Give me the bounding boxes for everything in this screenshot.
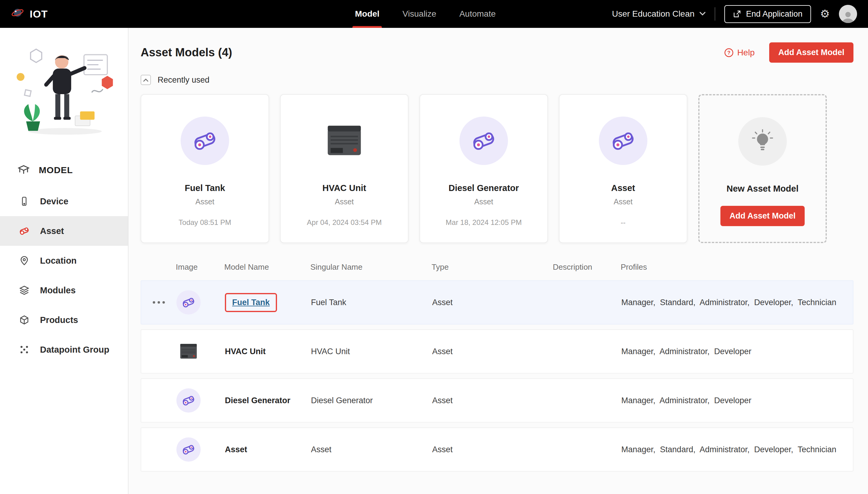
card-name: Fuel Tank bbox=[141, 183, 269, 193]
org-selector[interactable]: User Education Clean bbox=[612, 9, 705, 19]
location-pin-icon bbox=[18, 254, 30, 267]
asset-model-card-hvac-unit[interactable]: HVAC Unit Asset Apr 04, 2024 03:54 PM bbox=[280, 94, 409, 243]
tab-visualize[interactable]: Visualize bbox=[402, 0, 436, 28]
asset-icon bbox=[18, 225, 30, 237]
main-content: Asset Models (4) ? Help Add Asset Model … bbox=[128, 28, 868, 494]
new-asset-model-card[interactable]: New Asset Model Add Asset Model bbox=[698, 94, 827, 243]
recently-used-label: Recently used bbox=[158, 75, 210, 85]
singular-name-cell: Diesel Generator bbox=[311, 396, 432, 405]
asset-model-icon bbox=[176, 388, 201, 413]
col-model-name: Model Name bbox=[224, 263, 310, 272]
asset-model-card-fuel-tank[interactable]: Fuel Tank Asset Today 08:51 PM bbox=[141, 94, 269, 243]
divider bbox=[715, 7, 715, 21]
card-type: Asset bbox=[281, 197, 408, 206]
card-last-used: -- bbox=[559, 218, 687, 227]
help-link[interactable]: ? Help bbox=[724, 48, 755, 58]
sidebar-item-label: Products bbox=[40, 315, 78, 325]
chevron-up-icon bbox=[143, 78, 148, 82]
hvac-unit-image bbox=[320, 116, 368, 165]
sidebar: MODEL Device Asset Location bbox=[0, 28, 128, 494]
sidebar-item-modules[interactable]: Modules bbox=[0, 276, 128, 305]
profiles-cell: Manager, Standard, Administrator, Develo… bbox=[621, 298, 853, 307]
singular-name-cell: Asset bbox=[311, 445, 432, 454]
page-title: Asset Models (4) bbox=[141, 46, 232, 59]
asset-model-card-diesel-generator[interactable]: Diesel Generator Asset Mar 18, 2024 12:0… bbox=[419, 94, 548, 243]
top-right-cluster: User Education Clean End Application ⚙ bbox=[612, 5, 868, 23]
type-cell: Asset bbox=[432, 347, 554, 356]
modules-layers-icon bbox=[18, 284, 30, 296]
top-bar: IOT Model Visualize Automate User Educat… bbox=[0, 0, 868, 28]
profiles-cell: Manager, Standard, Administrator, Develo… bbox=[621, 445, 853, 454]
avatar[interactable] bbox=[839, 5, 857, 23]
products-cube-icon bbox=[18, 314, 30, 326]
sidebar-menu: Device Asset Location Modules bbox=[0, 187, 128, 364]
model-name-cell[interactable]: HVAC Unit bbox=[225, 347, 311, 356]
asset-model-icon bbox=[176, 437, 201, 462]
sidebar-item-label: Location bbox=[40, 256, 77, 266]
table-row-asset[interactable]: Asset Asset Asset Manager, Standard, Adm… bbox=[141, 428, 853, 472]
card-type: Asset bbox=[559, 197, 687, 206]
sidebar-item-datapoint-group[interactable]: Datapoint Group bbox=[0, 335, 128, 364]
brand-name: IOT bbox=[30, 8, 48, 20]
gear-icon[interactable]: ⚙ bbox=[820, 8, 830, 19]
tab-model[interactable]: Model bbox=[355, 0, 379, 28]
sidebar-item-location[interactable]: Location bbox=[0, 246, 128, 276]
asset-model-icon bbox=[176, 290, 201, 315]
card-name: Diesel Generator bbox=[420, 183, 547, 193]
add-asset-model-button[interactable]: Add Asset Model bbox=[769, 42, 853, 63]
asset-model-card-asset[interactable]: Asset Asset -- bbox=[559, 94, 687, 243]
model-name-link[interactable]: Fuel Tank bbox=[225, 293, 277, 312]
card-type: Asset bbox=[141, 197, 269, 206]
sidebar-item-label: Modules bbox=[40, 285, 76, 296]
card-add-asset-model-button[interactable]: Add Asset Model bbox=[720, 206, 804, 226]
table-row-hvac-unit[interactable]: HVAC Unit HVAC Unit Asset Manager, Admin… bbox=[141, 329, 853, 374]
tab-automate[interactable]: Automate bbox=[459, 0, 496, 28]
end-application-button[interactable]: End Application bbox=[724, 5, 811, 23]
iot-logo-icon bbox=[11, 6, 24, 22]
sidebar-item-products[interactable]: Products bbox=[0, 305, 128, 335]
collapse-button[interactable] bbox=[141, 75, 151, 85]
recently-used-cards: Fuel Tank Asset Today 08:51 PM HVAC Unit… bbox=[141, 94, 853, 243]
col-type: Type bbox=[432, 263, 553, 272]
sidebar-item-label: Datapoint Group bbox=[40, 345, 109, 355]
device-icon bbox=[18, 195, 30, 207]
card-last-used: Mar 18, 2024 12:05 PM bbox=[420, 218, 547, 227]
page-header: Asset Models (4) ? Help Add Asset Model bbox=[141, 42, 853, 63]
lightbulb-icon bbox=[738, 117, 787, 166]
model-name-cell[interactable]: Asset bbox=[225, 445, 311, 454]
table-row-diesel-generator[interactable]: Diesel Generator Diesel Generator Asset … bbox=[141, 378, 853, 422]
table-header-row: Image Model Name Singular Name Type Desc… bbox=[141, 260, 853, 280]
model-name-cell[interactable]: Diesel Generator bbox=[225, 396, 311, 405]
col-singular-name: Singular Name bbox=[310, 263, 432, 272]
card-type: Asset bbox=[420, 197, 547, 206]
iot-logo[interactable]: IOT bbox=[0, 6, 48, 22]
external-link-icon bbox=[733, 10, 741, 18]
help-question-icon: ? bbox=[724, 48, 734, 57]
col-profiles: Profiles bbox=[621, 263, 853, 272]
card-name: HVAC Unit bbox=[281, 183, 408, 193]
model-section-icon bbox=[17, 164, 30, 177]
sidebar-item-label: Device bbox=[40, 196, 69, 206]
type-cell: Asset bbox=[432, 396, 554, 405]
asset-model-icon bbox=[599, 116, 647, 165]
card-name: Asset bbox=[559, 183, 687, 193]
type-cell: Asset bbox=[432, 445, 554, 454]
sidebar-illustration bbox=[8, 43, 120, 140]
model-section-header: MODEL bbox=[17, 164, 128, 177]
asset-model-icon bbox=[459, 116, 508, 165]
help-label: Help bbox=[737, 48, 755, 58]
row-actions-menu-icon[interactable] bbox=[141, 301, 176, 304]
sidebar-item-asset[interactable]: Asset bbox=[0, 216, 128, 246]
page-header-actions: ? Help Add Asset Model bbox=[724, 42, 853, 63]
chevron-down-icon bbox=[700, 12, 706, 16]
svg-text:?: ? bbox=[727, 50, 730, 56]
sidebar-item-device[interactable]: Device bbox=[0, 187, 128, 216]
user-silhouette-icon bbox=[841, 10, 855, 23]
model-section-label: MODEL bbox=[39, 165, 73, 175]
singular-name-cell: HVAC Unit bbox=[311, 347, 432, 356]
sidebar-item-label: Asset bbox=[40, 226, 64, 236]
org-name: User Education Clean bbox=[612, 9, 694, 19]
table-row-fuel-tank[interactable]: Fuel Tank Fuel Tank Asset Manager, Stand… bbox=[141, 280, 853, 324]
col-description: Description bbox=[553, 263, 621, 272]
recently-used-header: Recently used bbox=[141, 75, 853, 85]
